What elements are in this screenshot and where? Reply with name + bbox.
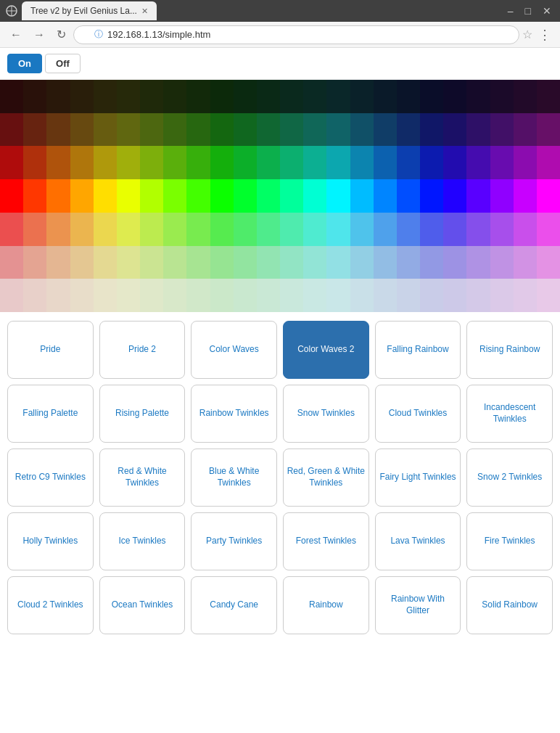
color-cell[interactable] <box>70 80 94 113</box>
color-cell[interactable] <box>117 279 140 312</box>
color-cell[interactable] <box>163 213 186 246</box>
color-cell[interactable] <box>140 80 163 113</box>
color-cell[interactable] <box>350 80 374 113</box>
color-cell[interactable] <box>490 146 514 179</box>
color-cell[interactable] <box>117 179 140 213</box>
color-cell[interactable] <box>70 279 94 312</box>
color-cell[interactable] <box>397 213 420 246</box>
color-cell[interactable] <box>234 246 257 279</box>
color-cell[interactable] <box>443 146 466 179</box>
color-cell[interactable] <box>537 80 560 113</box>
color-cell[interactable] <box>514 179 537 213</box>
color-cell[interactable] <box>303 80 326 113</box>
color-cell[interactable] <box>163 80 186 113</box>
color-cell[interactable] <box>117 80 140 113</box>
color-cell[interactable] <box>210 213 234 246</box>
address-bar[interactable]: ⓘ 192.168.1.13/simple.htm <box>73 25 519 44</box>
pattern-button-ice-twinkles[interactable]: Ice Twinkles <box>99 512 186 570</box>
color-cell[interactable] <box>490 113 514 147</box>
color-cell[interactable] <box>326 213 350 246</box>
color-cell[interactable] <box>234 146 257 179</box>
color-cell[interactable] <box>303 279 326 312</box>
color-cell[interactable] <box>23 213 46 246</box>
color-cell[interactable] <box>350 113 374 147</box>
color-cell[interactable] <box>280 80 303 113</box>
color-cell[interactable] <box>0 279 23 312</box>
pattern-button-forest-twinkles[interactable]: Forest Twinkles <box>283 512 369 570</box>
color-cell[interactable] <box>443 113 466 147</box>
color-cell[interactable] <box>374 246 397 279</box>
color-cell[interactable] <box>23 279 46 312</box>
color-cell[interactable] <box>326 146 350 179</box>
color-cell[interactable] <box>257 80 280 113</box>
color-cell[interactable] <box>303 246 326 279</box>
browser-tab[interactable]: Tree v2 by Evil Genius La... ✕ <box>22 1 157 20</box>
color-cell[interactable] <box>186 146 210 179</box>
color-cell[interactable] <box>466 179 490 213</box>
color-cell[interactable] <box>397 113 420 147</box>
color-cell[interactable] <box>257 213 280 246</box>
color-cell[interactable] <box>0 179 23 213</box>
color-cell[interactable] <box>234 113 257 147</box>
bookmark-button[interactable]: ☆ <box>522 28 532 41</box>
color-cell[interactable] <box>466 279 490 312</box>
color-cell[interactable] <box>350 146 374 179</box>
color-cell[interactable] <box>117 146 140 179</box>
pattern-button-color-waves2[interactable]: Color Waves 2 <box>283 321 369 379</box>
color-cell[interactable] <box>466 80 490 113</box>
pattern-button-blue-white-twinkles[interactable]: Blue & White Twinkles <box>191 449 277 507</box>
pattern-button-color-waves[interactable]: Color Waves <box>191 321 277 379</box>
close-button[interactable]: ✕ <box>540 4 554 18</box>
on-button[interactable]: On <box>7 54 42 73</box>
color-cell[interactable] <box>257 146 280 179</box>
menu-button[interactable]: ⋮ <box>535 27 554 43</box>
color-cell[interactable] <box>140 246 163 279</box>
color-cell[interactable] <box>94 80 117 113</box>
color-cell[interactable] <box>537 279 560 312</box>
color-cell[interactable] <box>46 179 70 213</box>
color-cell[interactable] <box>140 179 163 213</box>
color-cell[interactable] <box>210 246 234 279</box>
color-cell[interactable] <box>23 113 46 147</box>
color-cell[interactable] <box>537 113 560 147</box>
color-cell[interactable] <box>280 179 303 213</box>
pattern-button-solid-rainbow[interactable]: Solid Rainbow <box>466 576 553 634</box>
color-cell[interactable] <box>163 246 186 279</box>
color-cell[interactable] <box>186 279 210 312</box>
color-cell[interactable] <box>257 113 280 147</box>
color-cell[interactable] <box>210 279 234 312</box>
color-cell[interactable] <box>397 279 420 312</box>
color-cell[interactable] <box>303 179 326 213</box>
color-cell[interactable] <box>514 80 537 113</box>
tab-close-icon[interactable]: ✕ <box>141 7 148 16</box>
color-cell[interactable] <box>210 179 234 213</box>
color-cell[interactable] <box>514 213 537 246</box>
color-cell[interactable] <box>46 279 70 312</box>
color-cell[interactable] <box>46 213 70 246</box>
color-cell[interactable] <box>210 80 234 113</box>
color-cell[interactable] <box>466 213 490 246</box>
color-cell[interactable] <box>420 246 443 279</box>
color-picker-grid[interactable] <box>0 80 560 312</box>
color-cell[interactable] <box>234 279 257 312</box>
color-cell[interactable] <box>326 179 350 213</box>
pattern-button-falling-rainbow[interactable]: Falling Rainbow <box>375 321 461 379</box>
color-cell[interactable] <box>514 146 537 179</box>
color-cell[interactable] <box>94 113 117 147</box>
pattern-button-party-twinkles[interactable]: Party Twinkles <box>191 512 277 570</box>
color-cell[interactable] <box>443 179 466 213</box>
color-cell[interactable] <box>466 246 490 279</box>
back-button[interactable]: ← <box>6 25 26 44</box>
color-cell[interactable] <box>0 80 23 113</box>
color-cell[interactable] <box>140 279 163 312</box>
color-cell[interactable] <box>326 279 350 312</box>
color-cell[interactable] <box>280 213 303 246</box>
color-cell[interactable] <box>210 146 234 179</box>
color-cell[interactable] <box>466 113 490 147</box>
color-cell[interactable] <box>303 213 326 246</box>
color-cell[interactable] <box>490 80 514 113</box>
color-cell[interactable] <box>46 113 70 147</box>
color-cell[interactable] <box>397 146 420 179</box>
pattern-button-rainbow[interactable]: Rainbow <box>283 576 369 634</box>
color-cell[interactable] <box>186 80 210 113</box>
